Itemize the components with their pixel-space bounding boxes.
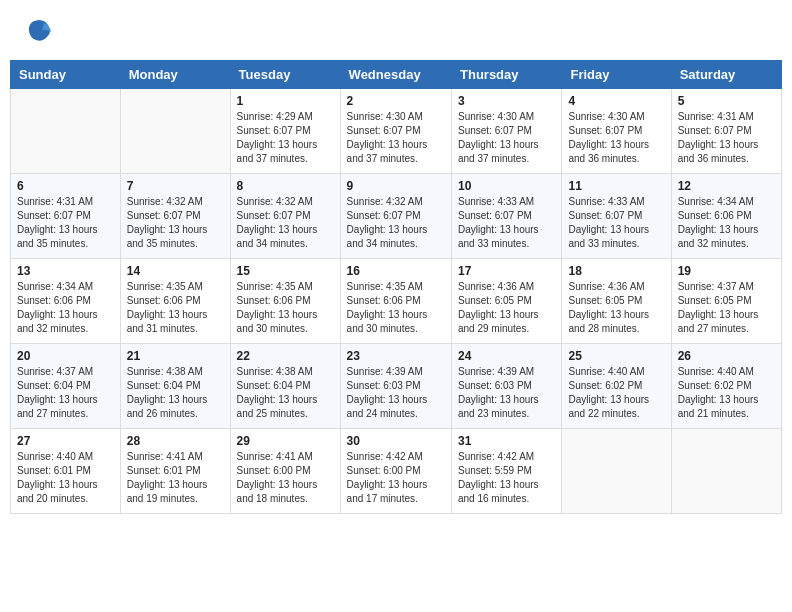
day-number: 17 [458,264,555,278]
calendar-cell: 18Sunrise: 4:36 AM Sunset: 6:05 PM Dayli… [562,259,671,344]
day-info: Sunrise: 4:32 AM Sunset: 6:07 PM Dayligh… [347,195,445,251]
calendar-cell: 27Sunrise: 4:40 AM Sunset: 6:01 PM Dayli… [11,429,121,514]
day-info: Sunrise: 4:35 AM Sunset: 6:06 PM Dayligh… [237,280,334,336]
day-info: Sunrise: 4:37 AM Sunset: 6:04 PM Dayligh… [17,365,114,421]
day-number: 3 [458,94,555,108]
day-info: Sunrise: 4:30 AM Sunset: 6:07 PM Dayligh… [347,110,445,166]
day-info: Sunrise: 4:32 AM Sunset: 6:07 PM Dayligh… [237,195,334,251]
weekday-header-wednesday: Wednesday [340,61,451,89]
day-number: 4 [568,94,664,108]
day-number: 1 [237,94,334,108]
day-info: Sunrise: 4:38 AM Sunset: 6:04 PM Dayligh… [237,365,334,421]
day-number: 25 [568,349,664,363]
calendar-cell: 19Sunrise: 4:37 AM Sunset: 6:05 PM Dayli… [671,259,781,344]
day-info: Sunrise: 4:35 AM Sunset: 6:06 PM Dayligh… [347,280,445,336]
day-info: Sunrise: 4:40 AM Sunset: 6:02 PM Dayligh… [568,365,664,421]
calendar-cell: 13Sunrise: 4:34 AM Sunset: 6:06 PM Dayli… [11,259,121,344]
calendar-cell [120,89,230,174]
calendar-cell: 20Sunrise: 4:37 AM Sunset: 6:04 PM Dayli… [11,344,121,429]
day-info: Sunrise: 4:38 AM Sunset: 6:04 PM Dayligh… [127,365,224,421]
day-info: Sunrise: 4:31 AM Sunset: 6:07 PM Dayligh… [678,110,775,166]
day-number: 21 [127,349,224,363]
calendar-cell: 28Sunrise: 4:41 AM Sunset: 6:01 PM Dayli… [120,429,230,514]
calendar-cell: 21Sunrise: 4:38 AM Sunset: 6:04 PM Dayli… [120,344,230,429]
calendar-cell: 26Sunrise: 4:40 AM Sunset: 6:02 PM Dayli… [671,344,781,429]
logo [20,15,54,45]
calendar-cell [11,89,121,174]
logo-icon [24,15,54,45]
calendar-cell: 4Sunrise: 4:30 AM Sunset: 6:07 PM Daylig… [562,89,671,174]
calendar-cell: 9Sunrise: 4:32 AM Sunset: 6:07 PM Daylig… [340,174,451,259]
day-info: Sunrise: 4:40 AM Sunset: 6:01 PM Dayligh… [17,450,114,506]
day-number: 15 [237,264,334,278]
calendar-cell: 22Sunrise: 4:38 AM Sunset: 6:04 PM Dayli… [230,344,340,429]
day-info: Sunrise: 4:30 AM Sunset: 6:07 PM Dayligh… [568,110,664,166]
day-info: Sunrise: 4:40 AM Sunset: 6:02 PM Dayligh… [678,365,775,421]
calendar-cell: 10Sunrise: 4:33 AM Sunset: 6:07 PM Dayli… [452,174,562,259]
day-number: 30 [347,434,445,448]
day-number: 23 [347,349,445,363]
day-number: 2 [347,94,445,108]
day-info: Sunrise: 4:31 AM Sunset: 6:07 PM Dayligh… [17,195,114,251]
calendar-cell: 30Sunrise: 4:42 AM Sunset: 6:00 PM Dayli… [340,429,451,514]
day-info: Sunrise: 4:34 AM Sunset: 6:06 PM Dayligh… [17,280,114,336]
day-number: 12 [678,179,775,193]
calendar-cell: 31Sunrise: 4:42 AM Sunset: 5:59 PM Dayli… [452,429,562,514]
calendar-cell: 12Sunrise: 4:34 AM Sunset: 6:06 PM Dayli… [671,174,781,259]
day-info: Sunrise: 4:42 AM Sunset: 5:59 PM Dayligh… [458,450,555,506]
calendar-cell: 24Sunrise: 4:39 AM Sunset: 6:03 PM Dayli… [452,344,562,429]
calendar-cell [671,429,781,514]
calendar-cell: 2Sunrise: 4:30 AM Sunset: 6:07 PM Daylig… [340,89,451,174]
weekday-header-tuesday: Tuesday [230,61,340,89]
weekday-header-saturday: Saturday [671,61,781,89]
day-number: 9 [347,179,445,193]
day-info: Sunrise: 4:42 AM Sunset: 6:00 PM Dayligh… [347,450,445,506]
calendar-week-4: 20Sunrise: 4:37 AM Sunset: 6:04 PM Dayli… [11,344,782,429]
calendar-cell: 11Sunrise: 4:33 AM Sunset: 6:07 PM Dayli… [562,174,671,259]
day-info: Sunrise: 4:41 AM Sunset: 6:01 PM Dayligh… [127,450,224,506]
calendar-week-5: 27Sunrise: 4:40 AM Sunset: 6:01 PM Dayli… [11,429,782,514]
weekday-header-monday: Monday [120,61,230,89]
day-number: 11 [568,179,664,193]
day-number: 19 [678,264,775,278]
day-number: 10 [458,179,555,193]
calendar-cell [562,429,671,514]
calendar-cell: 29Sunrise: 4:41 AM Sunset: 6:00 PM Dayli… [230,429,340,514]
day-info: Sunrise: 4:30 AM Sunset: 6:07 PM Dayligh… [458,110,555,166]
calendar-cell: 23Sunrise: 4:39 AM Sunset: 6:03 PM Dayli… [340,344,451,429]
calendar-cell: 15Sunrise: 4:35 AM Sunset: 6:06 PM Dayli… [230,259,340,344]
day-info: Sunrise: 4:29 AM Sunset: 6:07 PM Dayligh… [237,110,334,166]
calendar-cell: 17Sunrise: 4:36 AM Sunset: 6:05 PM Dayli… [452,259,562,344]
calendar-cell: 7Sunrise: 4:32 AM Sunset: 6:07 PM Daylig… [120,174,230,259]
day-info: Sunrise: 4:36 AM Sunset: 6:05 PM Dayligh… [458,280,555,336]
day-info: Sunrise: 4:36 AM Sunset: 6:05 PM Dayligh… [568,280,664,336]
day-number: 18 [568,264,664,278]
calendar-cell: 25Sunrise: 4:40 AM Sunset: 6:02 PM Dayli… [562,344,671,429]
calendar-cell: 1Sunrise: 4:29 AM Sunset: 6:07 PM Daylig… [230,89,340,174]
day-number: 8 [237,179,334,193]
day-number: 27 [17,434,114,448]
day-info: Sunrise: 4:35 AM Sunset: 6:06 PM Dayligh… [127,280,224,336]
day-number: 26 [678,349,775,363]
day-info: Sunrise: 4:34 AM Sunset: 6:06 PM Dayligh… [678,195,775,251]
day-number: 31 [458,434,555,448]
day-number: 16 [347,264,445,278]
weekday-header-sunday: Sunday [11,61,121,89]
day-number: 14 [127,264,224,278]
day-number: 24 [458,349,555,363]
calendar-cell: 5Sunrise: 4:31 AM Sunset: 6:07 PM Daylig… [671,89,781,174]
day-info: Sunrise: 4:37 AM Sunset: 6:05 PM Dayligh… [678,280,775,336]
day-number: 20 [17,349,114,363]
weekday-header-row: SundayMondayTuesdayWednesdayThursdayFrid… [11,61,782,89]
day-info: Sunrise: 4:41 AM Sunset: 6:00 PM Dayligh… [237,450,334,506]
calendar-cell: 16Sunrise: 4:35 AM Sunset: 6:06 PM Dayli… [340,259,451,344]
calendar-cell: 8Sunrise: 4:32 AM Sunset: 6:07 PM Daylig… [230,174,340,259]
day-number: 5 [678,94,775,108]
calendar-cell: 6Sunrise: 4:31 AM Sunset: 6:07 PM Daylig… [11,174,121,259]
day-number: 22 [237,349,334,363]
day-info: Sunrise: 4:39 AM Sunset: 6:03 PM Dayligh… [347,365,445,421]
day-info: Sunrise: 4:32 AM Sunset: 6:07 PM Dayligh… [127,195,224,251]
day-info: Sunrise: 4:33 AM Sunset: 6:07 PM Dayligh… [568,195,664,251]
day-info: Sunrise: 4:39 AM Sunset: 6:03 PM Dayligh… [458,365,555,421]
day-number: 6 [17,179,114,193]
